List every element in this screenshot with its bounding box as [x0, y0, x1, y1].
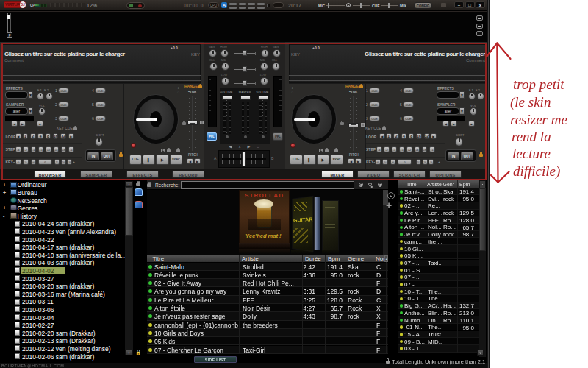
svg-text:difficile): difficile) — [513, 163, 560, 180]
svg-text:(le skin: (le skin — [510, 94, 551, 110]
svg-text:trop petit: trop petit — [513, 77, 564, 92]
svg-text:resizer me: resizer me — [510, 112, 567, 127]
svg-text:lecture: lecture — [512, 146, 551, 161]
svg-text:rend la: rend la — [512, 129, 551, 144]
